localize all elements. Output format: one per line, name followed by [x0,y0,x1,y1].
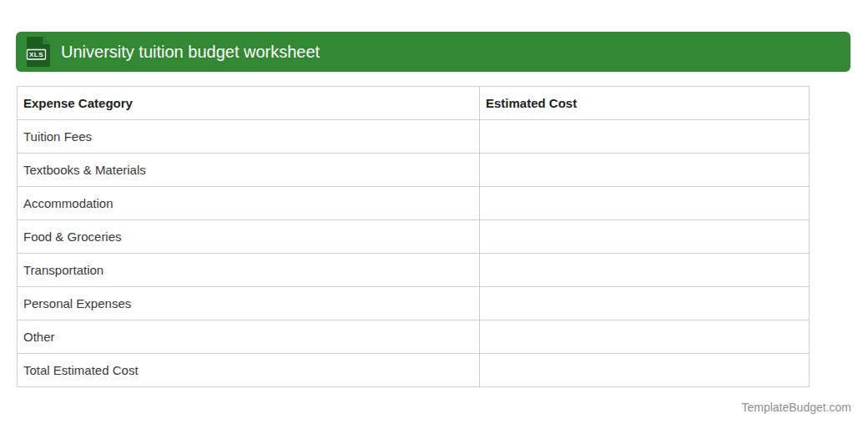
xls-icon-label: XLS [29,51,43,58]
column-header-expense-category: Expense Category [18,87,480,120]
budget-table: Expense Category Estimated Cost Tuition … [17,86,810,387]
estimated-cost-cell [480,154,810,187]
table-row: Total Estimated Cost [18,354,810,387]
estimated-cost-cell [480,220,810,254]
expense-category-cell: Transportation [18,254,480,287]
expense-category-cell: Personal Expenses [18,287,480,320]
page-title: University tuition budget worksheet [61,43,320,60]
table-row: Accommodation [18,187,810,220]
xls-file-icon: XLS [25,37,52,67]
table-row: Transportation [18,254,810,287]
estimated-cost-cell [480,354,810,387]
expense-category-cell: Textbooks & Materials [18,154,480,187]
estimated-cost-cell [480,287,810,320]
table-row: Tuition Fees [18,120,810,154]
expense-category-cell: Other [18,320,480,354]
site-credit: TemplateBudget.com [741,401,851,415]
column-header-estimated-cost: Estimated Cost [480,87,810,120]
estimated-cost-cell [480,320,810,354]
expense-category-cell: Tuition Fees [18,120,480,154]
table-row: Other [18,320,810,354]
table-header-row: Expense Category Estimated Cost [18,87,810,120]
table-row: Textbooks & Materials [18,154,810,187]
estimated-cost-cell [480,187,810,220]
estimated-cost-cell [480,254,810,287]
table-body: Tuition Fees Textbooks & Materials Accom… [18,120,810,387]
estimated-cost-cell [480,120,810,154]
expense-category-cell: Food & Groceries [18,220,480,254]
expense-category-cell: Total Estimated Cost [18,354,480,387]
expense-category-cell: Accommodation [18,187,480,220]
table-row: Personal Expenses [18,287,810,320]
title-bar: XLS University tuition budget worksheet [16,32,850,72]
table-row: Food & Groceries [18,220,810,254]
